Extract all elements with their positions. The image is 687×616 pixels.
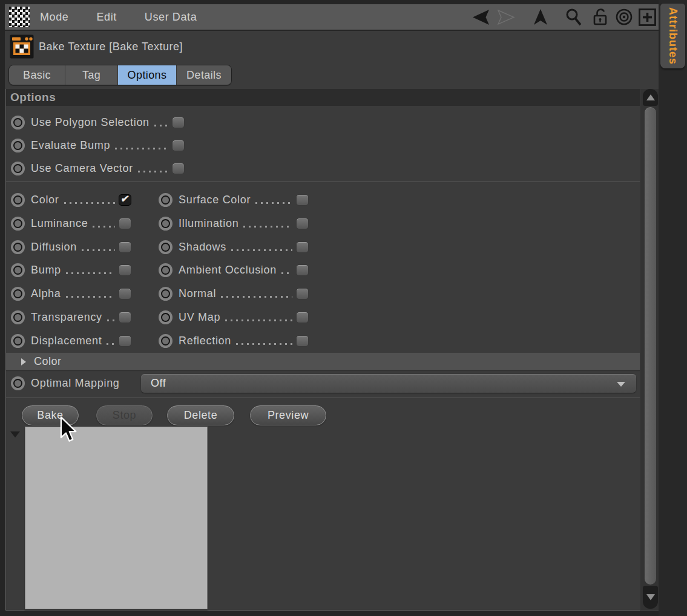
channel-label: Shadows bbox=[179, 241, 226, 254]
menu-item-mode[interactable]: Mode bbox=[40, 11, 68, 24]
animation-dot-icon[interactable] bbox=[159, 217, 173, 231]
forward-icon[interactable] bbox=[496, 9, 516, 25]
scrollbar-down-button[interactable] bbox=[643, 586, 658, 609]
checkerboard-texture-icon[interactable] bbox=[9, 7, 30, 27]
channel-label: Color bbox=[31, 194, 59, 206]
channel-row-surface-color: Surface Color bbox=[159, 191, 309, 209]
checkbox-illumination[interactable] bbox=[296, 218, 309, 229]
checkbox-ambient-occlusion[interactable] bbox=[296, 264, 309, 276]
toggle-label: Use Camera Vector bbox=[31, 162, 133, 175]
dotted-leader bbox=[231, 249, 292, 251]
animation-dot-icon[interactable] bbox=[11, 162, 25, 175]
dotted-leader bbox=[93, 226, 115, 228]
page-title: Bake Texture [Bake Texture] bbox=[39, 34, 183, 59]
checkbox-color[interactable] bbox=[119, 194, 131, 206]
checkbox-use-polygon-selection[interactable] bbox=[172, 117, 185, 128]
checkbox-use-camera-vector[interactable] bbox=[172, 163, 185, 174]
menu-bar: Mode Edit User Data bbox=[5, 4, 659, 30]
animation-dot-icon[interactable] bbox=[11, 116, 25, 129]
checkbox-luminance[interactable] bbox=[119, 218, 131, 229]
dotted-leader bbox=[281, 272, 292, 274]
dotted-leader bbox=[66, 296, 115, 298]
animation-dot-icon[interactable] bbox=[11, 334, 25, 348]
bake-texture-oven-icon bbox=[10, 34, 34, 59]
channel-label: Illumination bbox=[179, 217, 238, 230]
tab-tag[interactable]: Tag bbox=[65, 65, 117, 85]
checkbox-reflection[interactable] bbox=[296, 335, 309, 347]
dotted-leader bbox=[154, 125, 168, 126]
dotted-leader bbox=[243, 226, 292, 228]
channel-label: Transparency bbox=[31, 311, 102, 324]
channel-row-uv-map: UV Map bbox=[159, 308, 309, 326]
checkbox-shadows[interactable] bbox=[296, 241, 309, 253]
channel-row-bump: Bump bbox=[11, 261, 131, 279]
animation-dot-icon[interactable] bbox=[11, 240, 25, 254]
texture-preview-swatch bbox=[25, 427, 208, 609]
search-icon[interactable] bbox=[564, 8, 582, 26]
channel-row-illumination: Illumination bbox=[159, 214, 309, 232]
animation-dot-icon[interactable] bbox=[11, 263, 25, 277]
checkbox-surface-color[interactable] bbox=[296, 194, 309, 206]
optimal-mapping-dropdown[interactable]: Off bbox=[141, 374, 636, 393]
toggle-row-evaluate-bump: Evaluate Bump bbox=[11, 136, 185, 154]
channel-label: UV Map bbox=[179, 311, 220, 324]
channel-label: Normal bbox=[179, 287, 216, 300]
checkbox-displacement[interactable] bbox=[119, 335, 131, 347]
dotted-leader bbox=[255, 202, 292, 204]
scrollbar-thumb[interactable] bbox=[645, 107, 656, 585]
tab-options[interactable]: Options bbox=[117, 65, 176, 85]
toggle-row-use-camera-vector: Use Camera Vector bbox=[11, 159, 185, 177]
animation-dot-icon[interactable] bbox=[159, 334, 173, 348]
dotted-leader bbox=[107, 343, 115, 345]
animation-dot-icon[interactable] bbox=[11, 217, 25, 231]
stop-button[interactable]: Stop bbox=[96, 405, 153, 425]
channel-row-luminance: Luminance bbox=[11, 214, 131, 232]
checkbox-uv-map[interactable] bbox=[296, 312, 309, 323]
checkbox-transparency[interactable] bbox=[119, 312, 131, 323]
delete-button[interactable]: Delete bbox=[167, 405, 234, 425]
color-group-title: Color bbox=[34, 355, 62, 368]
separator bbox=[6, 398, 640, 398]
preview-button[interactable]: Preview bbox=[250, 405, 326, 425]
panel-edge bbox=[5, 89, 6, 610]
mouse-cursor bbox=[60, 416, 78, 443]
checkbox-normal[interactable] bbox=[296, 288, 309, 300]
back-icon[interactable] bbox=[470, 9, 491, 25]
target-icon[interactable] bbox=[615, 8, 633, 26]
animation-dot-icon[interactable] bbox=[159, 310, 173, 324]
menu-item-user-data[interactable]: User Data bbox=[145, 11, 197, 24]
animation-dot-icon[interactable] bbox=[159, 263, 173, 277]
animation-dot-icon[interactable] bbox=[159, 240, 173, 254]
arrow-down-icon bbox=[646, 594, 655, 600]
collapse-down-icon[interactable] bbox=[10, 431, 20, 437]
options-section-header: Options bbox=[6, 89, 640, 106]
dotted-leader bbox=[66, 272, 115, 274]
menu-item-edit[interactable]: Edit bbox=[96, 11, 116, 24]
attribute-manager-panel: Bake Texture [Bake Texture] Basic Tag Op… bbox=[5, 31, 659, 611]
animation-dot-icon[interactable] bbox=[159, 287, 173, 301]
dropdown-value: Off bbox=[141, 377, 166, 390]
animation-dot-icon[interactable] bbox=[11, 193, 25, 207]
checkbox-alpha[interactable] bbox=[119, 288, 131, 300]
checkbox-bump[interactable] bbox=[119, 264, 131, 276]
tab-details[interactable]: Details bbox=[176, 65, 231, 85]
color-group-header[interactable]: Color bbox=[6, 353, 640, 370]
animation-dot-icon[interactable] bbox=[11, 287, 25, 301]
animation-dot-icon[interactable] bbox=[11, 310, 25, 324]
animation-dot-icon[interactable] bbox=[11, 376, 25, 390]
checkbox-diffusion[interactable] bbox=[119, 241, 131, 253]
animation-dot-icon[interactable] bbox=[159, 193, 173, 207]
add-box-icon[interactable] bbox=[639, 8, 656, 26]
channel-label: Surface Color bbox=[179, 194, 251, 206]
toggle-label: Evaluate Bump bbox=[31, 139, 110, 152]
animation-dot-icon[interactable] bbox=[11, 139, 25, 152]
scrollbar-up-button[interactable] bbox=[643, 89, 658, 106]
attributes-panel-tab[interactable]: Attributes bbox=[660, 4, 685, 68]
channel-row-displacement: Displacement bbox=[11, 332, 131, 350]
options-section-title: Options bbox=[10, 91, 56, 104]
tab-basic[interactable]: Basic bbox=[9, 65, 65, 85]
checkbox-evaluate-bump[interactable] bbox=[172, 140, 185, 151]
lock-open-icon[interactable] bbox=[593, 8, 610, 26]
channel-row-alpha: Alpha bbox=[11, 284, 131, 303]
nav-up-icon[interactable] bbox=[532, 8, 549, 25]
